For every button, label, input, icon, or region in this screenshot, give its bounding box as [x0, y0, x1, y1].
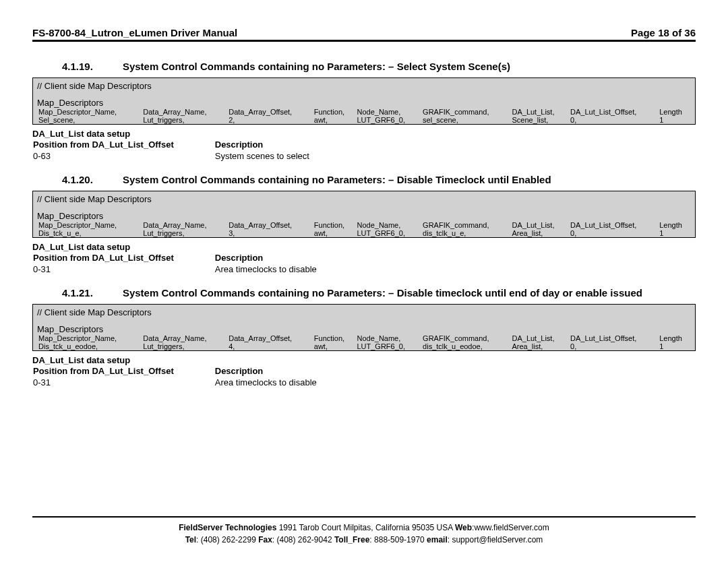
table-header-row: Map_Descriptor_Name, Data_Array_Name, Da… — [37, 334, 691, 342]
footer-fax-label: Fax — [258, 535, 272, 544]
setup-table: Position from DA_Lut_List_OffsetDescript… — [32, 365, 357, 388]
desc-value: Area timeclocks to disable — [214, 263, 357, 275]
setup-table: Position from DA_Lut_List_OffsetDescript… — [32, 139, 350, 162]
footer-address: 1991 Tarob Court Milpitas, California 95… — [276, 523, 455, 532]
table-row: Dis_tck_u_e, Lut_triggers, 3, awt, LUT_G… — [37, 229, 691, 237]
map-descriptors-label: Map_Descriptors — [37, 324, 691, 334]
csv-table: Map_Descriptor_Name, Data_Array_Name, Da… — [37, 108, 691, 124]
map-descriptors-label: Map_Descriptors — [37, 211, 691, 221]
table-row: Dis_tck_u_eodoe, Lut_triggers, 4, awt, L… — [37, 342, 691, 350]
footer-email: : support@fieldServer.com — [448, 535, 543, 544]
section-heading: 4.1.19.System Control Commands containin… — [32, 61, 696, 72]
table-header-row: Map_Descriptor_Name, Data_Array_Name, Da… — [37, 221, 691, 229]
desc-head: Description — [214, 139, 350, 150]
pos-value: 0-31 — [32, 377, 214, 388]
section-number: 4.1.19. — [62, 61, 93, 72]
section-title: System Control Commands containing no Pa… — [123, 61, 510, 72]
section-number: 4.1.21. — [62, 287, 93, 299]
footer-fax: : (408) 262-9042 — [272, 535, 334, 544]
section-title: System Control Commands containing no Pa… — [123, 174, 551, 185]
map-descriptor-block: // Client side Map Descriptors Map_Descr… — [32, 304, 696, 351]
table-header-row: Map_Descriptor_Name, Data_Array_Name, Da… — [37, 108, 691, 116]
block-comment: // Client side Map Descriptors — [37, 194, 691, 204]
section-heading: 4.1.20.System Control Commands containin… — [32, 174, 696, 185]
section-title: System Control Commands containing no Pa… — [123, 287, 642, 299]
footer-tel: : (408) 262-2299 — [196, 535, 258, 544]
setup-head: DA_Lut_List data setup — [32, 242, 696, 252]
desc-value: System scenes to select — [214, 150, 350, 162]
footer-toll-label: Toll_Free — [334, 535, 369, 544]
block-comment: // Client side Map Descriptors — [37, 81, 691, 91]
page-header: FS-8700-84_Lutron_eLumen Driver Manual P… — [32, 27, 696, 42]
pos-head: Position from DA_Lut_List_Offset — [32, 365, 214, 377]
block-comment: // Client side Map Descriptors — [37, 307, 691, 317]
footer-email-label: email — [427, 535, 448, 544]
csv-table: Map_Descriptor_Name, Data_Array_Name, Da… — [37, 221, 691, 237]
section-heading: 4.1.21.System Control Commands containin… — [32, 287, 696, 299]
footer-company: FieldServer Technologies — [179, 523, 276, 532]
pos-value: 0-31 — [32, 263, 214, 275]
desc-head: Description — [214, 252, 357, 263]
desc-head: Description — [214, 365, 357, 377]
section-number: 4.1.20. — [62, 174, 93, 185]
footer-tel-label: Tel — [185, 535, 196, 544]
pos-head: Position from DA_Lut_List_Offset — [32, 139, 214, 150]
pos-head: Position from DA_Lut_List_Offset — [32, 252, 214, 263]
setup-head: DA_Lut_List data setup — [32, 355, 696, 365]
footer-web: :www.fieldServer.com — [472, 523, 549, 532]
page-number: Page 18 of 36 — [631, 27, 696, 38]
table-row: Sel_scene, Lut_triggers, 2, awt, LUT_GRF… — [37, 116, 691, 124]
footer-toll: : 888-509-1970 — [369, 535, 427, 544]
setup-head: DA_Lut_List data setup — [32, 129, 696, 139]
map-descriptor-block: // Client side Map Descriptors Map_Descr… — [32, 77, 696, 125]
footer-web-label: Web — [455, 523, 472, 532]
map-descriptor-block: // Client side Map Descriptors Map_Descr… — [32, 191, 696, 238]
page-footer: FieldServer Technologies 1991 Tarob Cour… — [32, 518, 696, 546]
doc-title: FS-8700-84_Lutron_eLumen Driver Manual — [32, 27, 237, 38]
desc-value: Area timeclocks to disable — [214, 377, 357, 388]
setup-table: Position from DA_Lut_List_OffsetDescript… — [32, 252, 357, 275]
map-descriptors-label: Map_Descriptors — [37, 98, 691, 108]
csv-table: Map_Descriptor_Name, Data_Array_Name, Da… — [37, 334, 691, 350]
pos-value: 0-63 — [32, 150, 214, 162]
